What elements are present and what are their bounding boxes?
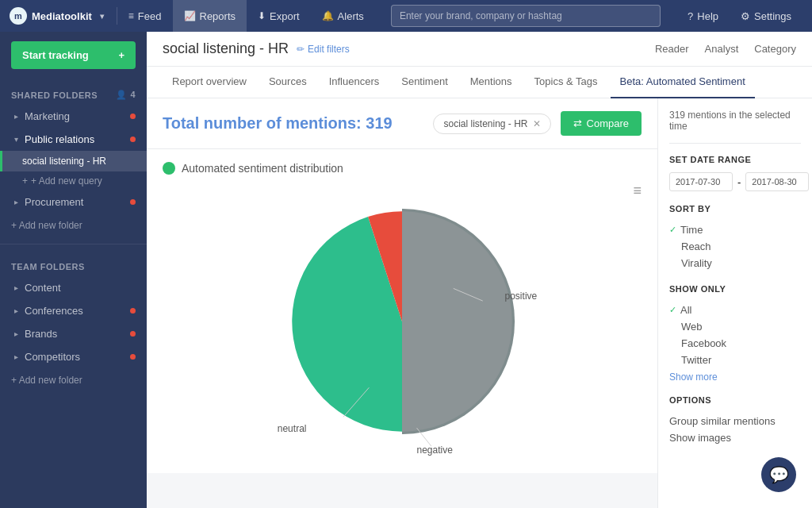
shared-folders-label: SHARED FOLDERS: [11, 90, 98, 100]
date-to-input[interactable]: [745, 172, 809, 191]
sort-option-virality[interactable]: Virality: [669, 255, 801, 271]
subtab-sentiment[interactable]: Sentiment: [392, 67, 458, 98]
center-content: Total number of mentions: 319 social lis…: [147, 98, 657, 508]
show-only-facebook[interactable]: Facebook: [669, 335, 801, 352]
sidebar-conferences-label: Conferences: [25, 305, 83, 317]
help-icon: ?: [688, 10, 693, 22]
options-label: OPTIONS: [669, 395, 801, 405]
sidebar-item-conferences[interactable]: ▸ Conferences: [0, 299, 147, 322]
pie-neutral: [402, 211, 512, 432]
add-new-query-link[interactable]: + + Add new query: [0, 171, 147, 190]
mentions-total: Total number of mentions: 319: [163, 114, 393, 133]
alerts-icon: 🔔: [322, 10, 334, 21]
edit-filters-label: Edit filters: [308, 44, 350, 55]
chevron-right-icon: ▸: [14, 329, 18, 338]
brand-icon: [10, 7, 27, 25]
pie-label-negative: negative: [417, 445, 454, 456]
top-nav: Mediatoolkit ▾ ≡ Feed 📈 Reports ⬇ Export…: [0, 0, 812, 32]
sidebar-item-competitors[interactable]: ▸ Competitors: [0, 345, 147, 368]
team-folders-label: TEAM FOLDERS: [11, 262, 85, 271]
show-images-link[interactable]: Show images: [669, 429, 801, 446]
nav-help-label: Help: [697, 10, 718, 22]
chat-icon: 💬: [769, 465, 789, 484]
nav-items: ≡ Feed 📈 Reports ⬇ Export 🔔 Alerts: [117, 0, 375, 32]
chart-menu-icon[interactable]: ≡: [633, 183, 642, 199]
chevron-down-icon: ▾: [14, 135, 18, 144]
sidebar-procurement-label: Procurement: [25, 196, 83, 208]
sidebar-item-procurement[interactable]: ▸ Procurement: [0, 190, 147, 214]
chart-title: Automated sentiment distribution: [163, 162, 642, 175]
nav-right: ? Help ⚙ Settings: [676, 0, 802, 32]
sidebar-brands-label: Brands: [25, 328, 57, 340]
date-from-input[interactable]: [669, 172, 733, 191]
sort-option-reach[interactable]: Reach: [669, 238, 801, 255]
sidebar-item-content[interactable]: ▸ Content: [0, 276, 147, 299]
nav-item-alerts[interactable]: 🔔 Alerts: [311, 0, 375, 32]
show-more-link[interactable]: Show more: [669, 368, 801, 383]
right-panel-mentions-count: 319 mentions in the selected time: [669, 110, 801, 144]
plus-icon: +: [22, 175, 28, 187]
compare-button[interactable]: ⇄ Compare: [561, 111, 642, 136]
settings-icon: ⚙: [741, 10, 750, 22]
subtab-mentions[interactable]: Mentions: [461, 67, 522, 98]
content-header: social listening - HR ✏ Edit filters Rea…: [147, 32, 812, 67]
chart-area: ≡: [163, 183, 642, 460]
subtab-topics-tags[interactable]: Topics & Tags: [525, 67, 607, 98]
notification-dot: [130, 331, 136, 337]
notification-dot: [130, 137, 136, 142]
sort-option-time[interactable]: Time: [669, 221, 801, 238]
options-section: OPTIONS Group similar mentions Show imag…: [669, 395, 801, 446]
add-new-folder-team[interactable]: + Add new folder: [0, 368, 147, 392]
team-folders-section: TEAM FOLDERS: [0, 251, 147, 276]
brand[interactable]: Mediatoolkit ▾: [10, 7, 117, 25]
sidebar-item-social-listening-hr[interactable]: social listening - HR: [0, 151, 147, 171]
chevron-right-icon: ▸: [14, 198, 18, 206]
mentions-bar: Total number of mentions: 319 social lis…: [147, 98, 657, 149]
nav-item-feed[interactable]: ≡ Feed: [117, 0, 173, 32]
subtab-beta-automated-sentiment[interactable]: Beta: Automated Sentiment: [611, 67, 755, 98]
chevron-right-icon: ▸: [14, 352, 18, 361]
start-tracking-button[interactable]: Start tracking +: [11, 41, 136, 69]
subtab-report-overview[interactable]: Report overview: [163, 67, 256, 98]
pie-label-neutral: neutral: [278, 423, 307, 434]
main-content: Total number of mentions: 319 social lis…: [147, 98, 812, 508]
nav-item-settings[interactable]: ⚙ Settings: [730, 0, 802, 32]
start-tracking-label: Start tracking: [22, 49, 89, 61]
right-panel: 319 mentions in the selected time SET DA…: [657, 98, 812, 508]
chart-title-icon: [163, 162, 175, 175]
nav-item-export-label: Export: [270, 10, 300, 22]
tab-analyst[interactable]: Analyst: [705, 40, 739, 58]
mentions-total-prefix: Total number of mentions:: [163, 114, 366, 132]
show-only-twitter[interactable]: Twitter: [669, 352, 801, 368]
sidebar-public-relations-label: Public relations: [25, 133, 94, 145]
search-input[interactable]: [391, 5, 661, 27]
sidebar-competitors-label: Competitors: [25, 351, 80, 363]
mentions-filter-area: social listening - HR ✕ ⇄ Compare: [433, 111, 642, 136]
tab-reader[interactable]: Reader: [655, 40, 689, 58]
group-similar-mentions-link[interactable]: Group similar mentions: [669, 413, 801, 429]
add-new-folder-shared[interactable]: + Add new folder: [0, 214, 147, 237]
nav-item-help[interactable]: ? Help: [676, 0, 730, 32]
filter-tag: social listening - HR ✕: [433, 114, 550, 134]
date-range-section: SET DATE RANGE -: [669, 155, 801, 191]
show-only-label: SHOW ONLY: [669, 284, 801, 294]
show-only-all[interactable]: All: [669, 302, 801, 318]
sidebar-item-public-relations[interactable]: ▾ Public relations: [0, 128, 147, 151]
filter-tag-remove-icon[interactable]: ✕: [533, 118, 541, 129]
pie-chart-main: positive neutral negative: [236, 175, 569, 468]
nav-item-reports[interactable]: 📈 Reports: [173, 0, 247, 32]
chevron-right-icon: ▸: [14, 306, 18, 315]
notification-dot: [130, 114, 136, 119]
edit-filters-link[interactable]: ✏ Edit filters: [297, 44, 350, 55]
chat-fab-button[interactable]: 💬: [761, 457, 796, 492]
shared-folders-section: SHARED FOLDERS 👤 4: [0, 79, 147, 105]
sidebar-item-marketing[interactable]: ▸ Marketing: [0, 105, 147, 128]
nav-item-export[interactable]: ⬇ Export: [247, 0, 311, 32]
show-only-web[interactable]: Web: [669, 318, 801, 335]
subtab-influencers[interactable]: Influencers: [320, 67, 389, 98]
nav-item-reports-label: Reports: [200, 10, 236, 22]
reports-icon: 📈: [184, 10, 196, 21]
subtab-sources[interactable]: Sources: [259, 67, 316, 98]
sidebar-item-brands[interactable]: ▸ Brands: [0, 322, 147, 345]
tab-category[interactable]: Category: [754, 40, 796, 58]
